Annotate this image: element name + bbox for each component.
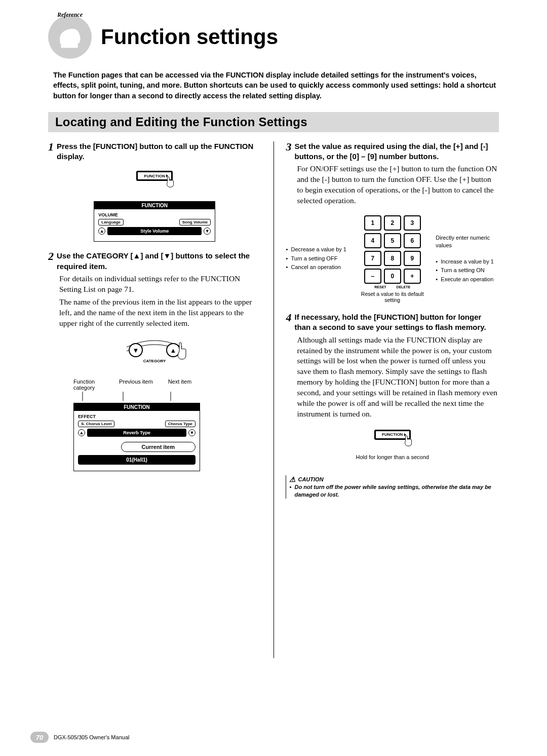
note-cancel: Cancel an operation bbox=[286, 263, 349, 271]
key-2[interactable]: 2 bbox=[384, 215, 401, 231]
step-number: 4 bbox=[286, 312, 291, 323]
screen-labels: Function category Previous item Next ite… bbox=[73, 379, 261, 391]
note-increase: Increase a value by 1 bbox=[436, 258, 499, 266]
intro-paragraph: The Function pages that can be accessed … bbox=[53, 70, 499, 101]
label-next-item: Next item bbox=[168, 379, 191, 391]
reset-caption: Reset a value to its default setting bbox=[354, 291, 431, 303]
keypad-right-notes: Directly enter numeric values Increase a… bbox=[436, 234, 499, 284]
screen-current-item: Reverb Type bbox=[87, 429, 186, 437]
keypad-diagram: Decrease a value by 1 Turn a setting OFF… bbox=[286, 215, 499, 303]
caution-text: Do not turn off the power while saving s… bbox=[289, 483, 499, 499]
step-number: 3 bbox=[286, 141, 291, 153]
function-screen-2: FUNCTION EFFECT S. Chorus Level Chorus T… bbox=[73, 403, 200, 471]
screen-prev-item: S. Chorus Level bbox=[78, 421, 114, 427]
note-turn-off: Turn a setting OFF bbox=[286, 255, 349, 262]
step-4: 4 If necessary, hold the [FUNCTION] butt… bbox=[286, 312, 499, 499]
step-2: 2 Use the CATEGORY [▲] and [▼] buttons t… bbox=[48, 251, 261, 471]
screen-category: VOLUME bbox=[98, 212, 211, 217]
key-plus[interactable]: + bbox=[404, 269, 421, 284]
up-arrow-icon: ▲ bbox=[98, 228, 105, 235]
category-up-icon: ▲ bbox=[133, 251, 141, 260]
page-header: Reference Function settings bbox=[48, 15, 499, 59]
function-screen-1: FUNCTION VOLUME Language Song Volume ▲ S… bbox=[94, 201, 215, 242]
page-title: Function settings bbox=[101, 25, 278, 49]
footer-text: DGX-505/305 Owner's Manual bbox=[54, 734, 129, 740]
step-body: For ON/OFF settings use the [+] button t… bbox=[297, 164, 499, 206]
key-5[interactable]: 5 bbox=[384, 233, 401, 248]
screen-title: FUNCTION bbox=[74, 403, 200, 411]
section-heading: Locating and Editing the Function Settin… bbox=[48, 112, 499, 132]
step-body: For details on individual settings refer… bbox=[59, 274, 261, 295]
category-buttons-figure: ▼ ▲ CATEGORY bbox=[48, 336, 261, 371]
screen-prev-item: Language bbox=[98, 219, 124, 225]
label-function-category: Function category bbox=[73, 379, 104, 391]
left-column: 1 Press the [FUNCTION] button to call up… bbox=[48, 141, 261, 658]
hand-pointer-icon bbox=[402, 434, 416, 448]
svg-text:▼: ▼ bbox=[133, 347, 139, 354]
category-down-icon: ▼ bbox=[163, 251, 171, 260]
reference-badge: Reference bbox=[48, 15, 92, 59]
category-label: CATEGORY bbox=[143, 359, 166, 363]
step-3: 3 Set the value as required using the di… bbox=[286, 141, 499, 303]
step-title: If necessary, hold the [FUNCTION] button… bbox=[294, 312, 499, 333]
key-8[interactable]: 8 bbox=[384, 251, 401, 266]
step-body: Although all settings made via the FUNCT… bbox=[297, 335, 499, 420]
step-body: The name of the previous item in the lis… bbox=[59, 297, 261, 329]
step-1: 1 Press the [FUNCTION] button to call up… bbox=[48, 141, 261, 242]
current-item-label: Current item bbox=[121, 442, 196, 452]
screen-value: 01(Hall1) bbox=[78, 455, 196, 465]
hand-pointer-icon bbox=[164, 175, 178, 189]
screen-next-item: Song Volume bbox=[179, 219, 211, 225]
note-direct-entry: Directly enter numeric values bbox=[436, 234, 499, 250]
step-title: Set the value as required using the dial… bbox=[294, 141, 499, 162]
key-1[interactable]: 1 bbox=[364, 215, 381, 231]
piano-icon bbox=[55, 22, 85, 52]
keypad-left-notes: Decrease a value by 1 Turn a setting OFF… bbox=[286, 246, 349, 272]
key-3[interactable]: 3 bbox=[404, 215, 421, 231]
key-9[interactable]: 9 bbox=[404, 251, 421, 266]
svg-rect-0 bbox=[61, 45, 78, 48]
up-arrow-icon: ▲ bbox=[78, 429, 85, 436]
delete-label: DELETE bbox=[397, 285, 411, 289]
down-arrow-icon: ▼ bbox=[204, 228, 211, 235]
numeric-keypad: 1 2 3 4 5 6 7 8 9 – 0 + bbox=[364, 215, 421, 284]
caution-block: ⚠ CAUTION Do not turn off the power whil… bbox=[286, 475, 499, 499]
screen-next-item: Chorus Type bbox=[165, 421, 196, 427]
step-number: 1 bbox=[48, 141, 54, 153]
step-title: Use the CATEGORY [▲] and [▼] buttons to … bbox=[57, 251, 261, 272]
label-previous-item: Previous item bbox=[119, 379, 153, 391]
step-number: 2 bbox=[48, 251, 54, 262]
note-turn-on: Turn a setting ON bbox=[436, 267, 499, 274]
screen-title: FUNCTION bbox=[94, 202, 215, 209]
screen-current-item: Style Volume bbox=[107, 227, 202, 235]
hold-note: Hold for longer than a second bbox=[356, 454, 429, 460]
down-arrow-icon: ▼ bbox=[188, 429, 196, 436]
key-6[interactable]: 6 bbox=[404, 233, 421, 248]
right-column: 3 Set the value as required using the di… bbox=[286, 141, 499, 658]
badge-label: Reference bbox=[57, 11, 83, 19]
warning-icon: ⚠ bbox=[289, 475, 296, 483]
note-execute: Execute an operation bbox=[436, 276, 499, 283]
screen-category: EFFECT bbox=[78, 414, 196, 419]
key-0[interactable]: 0 bbox=[384, 269, 401, 284]
note-decrease: Decrease a value by 1 bbox=[286, 246, 349, 253]
label-lines-icon bbox=[73, 392, 200, 401]
column-divider bbox=[274, 141, 274, 658]
caution-heading: CAUTION bbox=[298, 476, 323, 482]
content-columns: 1 Press the [FUNCTION] button to call up… bbox=[48, 141, 499, 658]
reset-label: RESET bbox=[374, 285, 386, 289]
key-minus[interactable]: – bbox=[364, 269, 381, 284]
key-4[interactable]: 4 bbox=[364, 233, 381, 248]
page-number: 70 bbox=[30, 732, 49, 743]
page-footer: 70 DGX-505/305 Owner's Manual bbox=[30, 732, 129, 743]
key-7[interactable]: 7 bbox=[364, 251, 381, 266]
svg-text:▲: ▲ bbox=[170, 347, 177, 354]
step-title: Press the [FUNCTION] button to call up t… bbox=[57, 141, 261, 162]
